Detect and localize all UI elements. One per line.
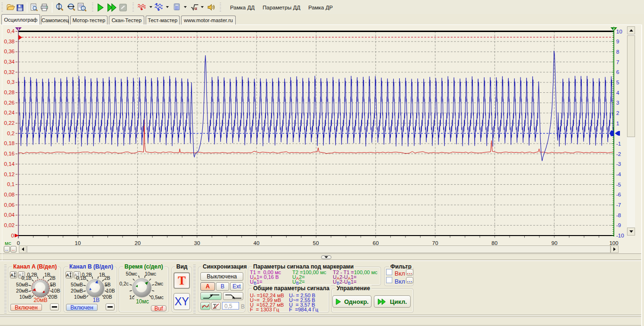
svg-text:-8: -8 — [616, 212, 621, 218]
svg-text:0,14: 0,14 — [4, 161, 15, 167]
svg-text:0,2с: 0,2с — [119, 281, 129, 286]
svg-text:0,12: 0,12 — [4, 171, 15, 177]
svg-text:0,4: 0,4 — [7, 28, 15, 34]
svg-text:8: 8 — [616, 49, 619, 55]
svg-text:2В: 2В — [104, 275, 110, 281]
svg-text:-4: -4 — [616, 171, 621, 177]
svg-text:0,16: 0,16 — [4, 151, 15, 156]
svg-text:20мВ: 20мВ — [33, 297, 48, 303]
svg-text:0,18: 0,18 — [4, 140, 15, 146]
svg-text:0,22: 0,22 — [4, 120, 15, 126]
svg-text:-6: -6 — [616, 192, 621, 197]
svg-text:-5: -5 — [616, 182, 621, 187]
svg-text:50мВ: 50мВ — [71, 282, 83, 287]
svg-text:-7: -7 — [616, 202, 621, 208]
svg-text:9: 9 — [616, 39, 619, 44]
svg-text:-10: -10 — [616, 233, 624, 238]
svg-text:50мс: 50мс — [126, 271, 137, 277]
svg-text:1с: 1с — [129, 294, 134, 300]
svg-text:-9: -9 — [616, 222, 621, 228]
svg-text:α: α — [195, 6, 198, 11]
svg-text:10: 10 — [616, 29, 622, 34]
svg-text:3: 3 — [616, 100, 619, 106]
svg-text:0,1В: 0,1В — [21, 275, 32, 281]
svg-text:5В: 5В — [105, 282, 111, 287]
svg-text:1: 1 — [616, 121, 619, 126]
svg-text:50мВ: 50мВ — [16, 282, 28, 287]
svg-text:0,04: 0,04 — [4, 212, 15, 218]
svg-text:10В: 10В — [106, 288, 115, 293]
svg-text:20мВ: 20мВ — [71, 288, 83, 293]
svg-text:0,28: 0,28 — [4, 90, 15, 95]
svg-text:-2: -2 — [616, 151, 621, 157]
svg-text:0,1В: 0,1В — [76, 275, 86, 281]
svg-text:0,38: 0,38 — [4, 39, 15, 44]
svg-text:0,3: 0,3 — [7, 79, 15, 85]
svg-text:10В: 10В — [51, 288, 60, 293]
svg-text:20В: 20В — [103, 294, 112, 300]
svg-text:-3: -3 — [616, 161, 621, 167]
svg-text:0,26: 0,26 — [4, 100, 15, 106]
svg-text:0,1: 0,1 — [7, 181, 15, 187]
svg-text:2В: 2В — [50, 275, 56, 281]
svg-text:10мВ: 10мВ — [19, 294, 32, 300]
svg-text:1В: 1В — [93, 297, 100, 303]
svg-text:0,08: 0,08 — [4, 192, 15, 197]
svg-text:1: 1 — [17, 27, 19, 31]
svg-text:20В: 20В — [49, 294, 58, 300]
svg-text:0,32: 0,32 — [4, 69, 15, 75]
svg-text:2мс: 2мс — [155, 281, 163, 286]
svg-text:0: 0 — [11, 233, 14, 238]
svg-text:10мс: 10мс — [145, 271, 156, 277]
svg-text:0,5мс: 0,5мс — [151, 294, 164, 300]
svg-text:0,24: 0,24 — [4, 110, 15, 115]
svg-text:5: 5 — [616, 80, 619, 85]
svg-text:4: 4 — [616, 90, 619, 96]
svg-text:2: 2 — [613, 27, 615, 31]
svg-text:0,02: 0,02 — [4, 222, 15, 228]
svg-text:0,36: 0,36 — [4, 49, 15, 54]
svg-text:5В: 5В — [50, 282, 56, 287]
svg-text:6: 6 — [616, 69, 619, 75]
svg-text:20мВ: 20мВ — [16, 288, 28, 293]
svg-text:7: 7 — [616, 59, 619, 65]
svg-text:0,2: 0,2 — [7, 130, 15, 136]
svg-text:0,34: 0,34 — [4, 59, 15, 65]
svg-text:0,06: 0,06 — [4, 202, 15, 208]
svg-text:10мВ: 10мВ — [74, 294, 86, 300]
svg-text:10мс: 10мс — [136, 298, 149, 305]
svg-text:-1: -1 — [616, 141, 621, 147]
svg-text:2: 2 — [616, 110, 619, 116]
